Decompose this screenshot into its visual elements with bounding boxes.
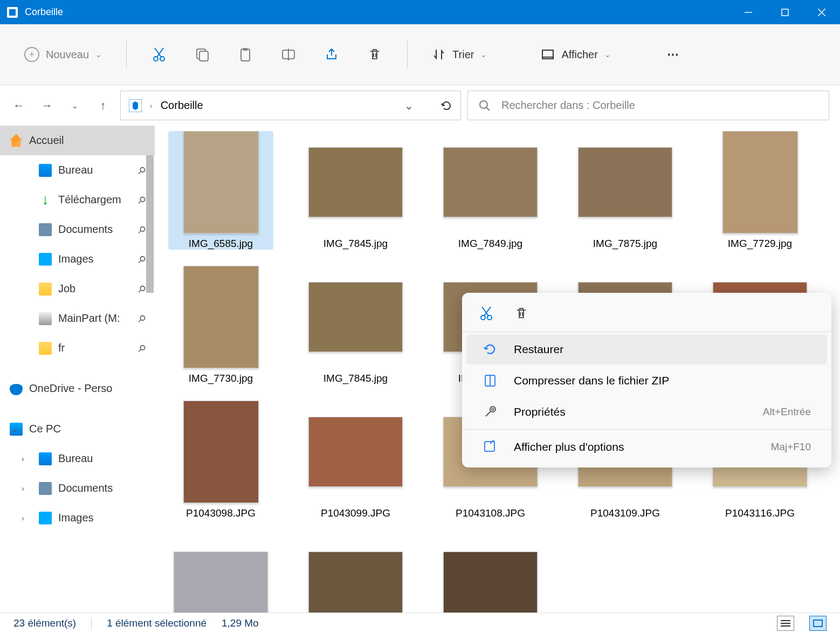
file-item[interactable]: IMG_6585.jpg [168, 131, 273, 250]
close-button[interactable] [803, 0, 840, 24]
file-thumbnail [308, 535, 403, 613]
label: Afficher plus d'options [514, 441, 624, 453]
file-item[interactable]: IMG_7845.jpg [303, 266, 408, 384]
forward-button[interactable]: → [36, 95, 58, 116]
content-area: IMG_6585.jpgIMG_7845.jpgIMG_7849.jpgIMG_… [155, 126, 840, 613]
file-name: IMG_6585.jpg [189, 238, 253, 250]
file-name: P1043108.JPG [456, 507, 525, 519]
file-thumbnail [174, 266, 268, 368]
share-button[interactable] [315, 38, 348, 71]
search-icon [479, 100, 491, 112]
file-item[interactable]: IMG_7875.jpg [573, 131, 678, 250]
cm-cut-button[interactable] [478, 305, 494, 321]
search-box[interactable]: Rechercher dans : Corbeille [467, 91, 829, 120]
toolbar: + Nouveau ⌄ Trier ⌄ Afficher ⌄ ⋯ [0, 24, 840, 85]
file-item[interactable]: IMG_7845.jpg [303, 131, 408, 250]
cm-more-options[interactable]: Afficher plus d'options Maj+F10 [466, 432, 827, 462]
maximize-button[interactable] [767, 0, 803, 24]
sidebar-item-pc-desktop[interactable]: ›Bureau [0, 444, 155, 473]
expand-icon[interactable]: › [22, 455, 24, 463]
file-name: P1043109.JPG [590, 507, 660, 519]
plus-icon: + [24, 47, 39, 62]
label: Images [58, 512, 94, 524]
file-item[interactable]: IMG_7729.jpg [707, 131, 813, 250]
file-item[interactable]: P1043098.JPG [168, 401, 273, 519]
view-label: Afficher [561, 49, 597, 61]
file-thumbnail [174, 535, 268, 613]
cm-delete-button[interactable] [513, 305, 529, 321]
sort-icon [432, 47, 446, 61]
sidebar-item-mainpart[interactable]: MainPart (M:⚲ [0, 304, 155, 333]
view-button[interactable]: Afficher ⌄ [533, 43, 618, 66]
address-bar[interactable]: › Corbeille ⌄ [120, 91, 461, 120]
cm-restore[interactable]: Restaurer [466, 334, 827, 364]
label: Documents [58, 223, 113, 236]
delete-button[interactable] [359, 38, 391, 71]
navbar: ← → ⌄ ↑ › Corbeille ⌄ Rechercher dans : … [0, 85, 840, 126]
expand-icon[interactable]: › [22, 514, 24, 522]
file-thumbnail [443, 131, 538, 233]
app-icon [0, 7, 25, 18]
sidebar-item-pc-pictures[interactable]: ›Images [0, 503, 155, 533]
sidebar-item-onedrive[interactable]: ›OneDrive - Perso [0, 374, 155, 403]
new-label: Nouveau [46, 49, 89, 61]
file-item[interactable]: IMG_7730.jpg [168, 266, 273, 384]
label: MainPart (M: [58, 312, 120, 325]
address-expand-button[interactable]: ⌄ [404, 99, 414, 112]
titlebar: Corbeille [0, 0, 840, 24]
file-item[interactable]: P1043123.JPG [168, 535, 273, 613]
file-thumbnail [308, 131, 403, 233]
svg-rect-33 [814, 620, 822, 627]
rename-button[interactable] [272, 38, 305, 71]
more-button[interactable]: ⋯ [657, 38, 689, 71]
sidebar-item-home[interactable]: ⌄ Accueil [0, 126, 155, 155]
shortcut: Alt+Entrée [763, 406, 811, 418]
label: Images [58, 253, 94, 265]
sidebar-item-downloads[interactable]: ↓Téléchargem⚲ [0, 185, 155, 215]
chevron-right-icon: › [150, 101, 153, 110]
label: Bureau [58, 452, 93, 465]
file-item[interactable]: P1043138.JPG [438, 535, 543, 613]
label: Propriétés [514, 405, 566, 418]
collapse-icon[interactable]: ⌄ [12, 425, 18, 434]
sidebar-item-thispc[interactable]: ⌄Ce PC [0, 414, 155, 444]
file-name: IMG_7849.jpg [458, 238, 522, 250]
status-selection: 1 élément sélectionné [107, 617, 206, 629]
sidebar-item-pictures[interactable]: Images⚲ [0, 244, 155, 274]
sidebar-item-fr[interactable]: fr⚲ [0, 333, 155, 363]
file-name: P1043116.JPG [725, 507, 795, 519]
expand-icon[interactable]: › [22, 484, 24, 493]
pin-icon: ⚲ [135, 252, 148, 266]
file-name: IMG_7845.jpg [323, 373, 388, 384]
recent-button[interactable]: ⌄ [64, 95, 86, 116]
sidebar-item-pc-documents[interactable]: ›Documents [0, 473, 155, 503]
pin-icon: ⚲ [135, 312, 148, 325]
label: Accueil [29, 134, 64, 147]
cut-button[interactable] [143, 38, 175, 71]
cm-compress[interactable]: Compresser dans le fichier ZIP [466, 366, 827, 396]
minimize-button[interactable] [730, 0, 767, 24]
details-view-button[interactable] [777, 616, 794, 631]
paste-button[interactable] [229, 38, 261, 71]
back-button[interactable]: ← [8, 95, 30, 116]
refresh-button[interactable] [440, 100, 452, 112]
new-button[interactable]: + Nouveau ⌄ [16, 43, 110, 66]
cm-properties[interactable]: Propriétés Alt+Entrée [466, 397, 827, 427]
sidebar-item-job[interactable]: Job⚲ [0, 274, 155, 304]
file-item[interactable]: P1043133.JPG [303, 535, 408, 613]
label: Téléchargem [58, 194, 121, 206]
file-item[interactable]: P1043099.JPG [303, 401, 408, 519]
svg-point-28 [492, 408, 494, 410]
copy-button[interactable] [186, 38, 218, 71]
sidebar-item-desktop[interactable]: Bureau⚲ [0, 155, 155, 185]
pictures-icon [39, 512, 52, 525]
pin-icon: ⚲ [135, 193, 148, 207]
up-button[interactable]: ↑ [92, 95, 114, 116]
thumbnails-view-button[interactable] [809, 616, 827, 631]
search-placeholder: Rechercher dans : Corbeille [501, 99, 635, 112]
file-thumbnail [713, 131, 807, 233]
sort-button[interactable]: Trier ⌄ [424, 43, 495, 66]
file-item[interactable]: IMG_7849.jpg [438, 131, 543, 250]
file-thumbnail [174, 131, 268, 233]
sidebar-item-documents[interactable]: Documents⚲ [0, 215, 155, 244]
